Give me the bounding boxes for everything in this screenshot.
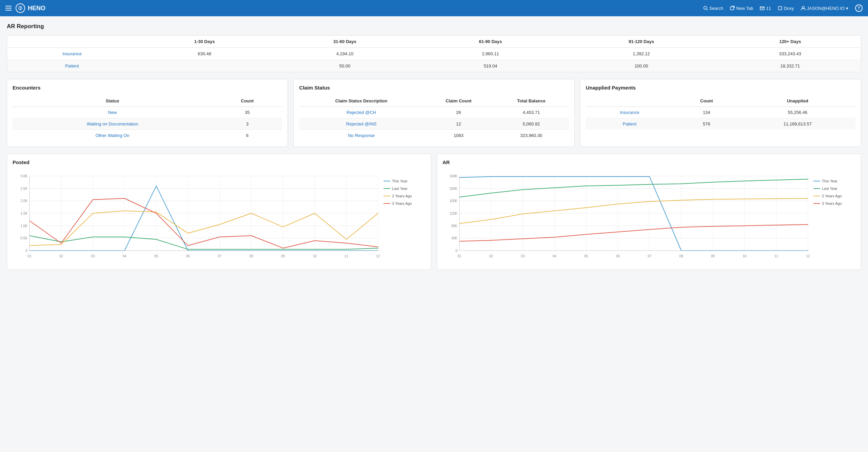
svg-text:03: 03 (91, 254, 95, 258)
svg-text:80K: 80K (451, 224, 457, 228)
search-link[interactable]: Search (703, 6, 723, 11)
menu-button[interactable] (5, 6, 12, 11)
unapplied-count: 576 (673, 118, 740, 130)
claim-count: 26 (423, 107, 494, 118)
encounter-count: 6 (212, 130, 282, 141)
svg-text:01: 01 (27, 254, 32, 258)
claim-status-row: No Response1083323,960.30 (299, 130, 569, 141)
ar-cell: 50.00 (272, 60, 418, 72)
encounter-status-link[interactable]: Waiting on Documentation (87, 121, 138, 126)
svg-text:2.5K: 2.5K (20, 187, 27, 191)
cs-header: Claim Status Description (299, 95, 423, 107)
svg-text:04: 04 (123, 254, 127, 258)
svg-text:2 Years Ago: 2 Years Ago (822, 194, 842, 198)
claim-status-title: Claim Status (299, 85, 569, 91)
svg-text:02: 02 (489, 254, 493, 258)
chevron-down-icon: ▾ (846, 6, 848, 11)
encounters-row: Other Waiting On6 (13, 130, 282, 141)
svg-text:200K: 200K (450, 187, 458, 191)
ar-cell: 333,243.43 (719, 48, 861, 60)
svg-line-3 (706, 9, 708, 11)
svg-text:11: 11 (774, 254, 778, 258)
svg-text:2.0K: 2.0K (20, 199, 27, 203)
unapplied-label-link[interactable]: Patient (623, 121, 636, 126)
svg-text:03: 03 (521, 254, 525, 258)
encounters-panel: Encounters StatusCount New35Waiting on D… (7, 79, 288, 147)
svg-text:12: 12 (376, 254, 380, 258)
claim-balance: 4,453.71 (494, 107, 569, 118)
unapplied-payments-title: Unapplied Payments (586, 85, 855, 91)
ar-cell: 18,332.71 (719, 60, 861, 72)
svg-text:Last Year: Last Year (822, 186, 837, 191)
logo-text: HENO (28, 5, 45, 12)
enc-header: Status (13, 95, 212, 107)
up-header (586, 95, 673, 107)
encounter-status-link[interactable]: Other Waiting On (96, 133, 130, 138)
logo-icon (16, 3, 25, 13)
svg-text:11: 11 (344, 254, 349, 258)
claim-count: 1083 (423, 130, 494, 141)
unapplied-payments-table: CountUnapplied Insurance13455,256.46Pati… (586, 95, 855, 130)
svg-text:09: 09 (711, 254, 715, 258)
encounter-status-link[interactable]: New (108, 110, 117, 115)
claim-desc-link[interactable]: Rejected @INS (346, 121, 377, 126)
ar-table-header: 31-60 Days (272, 36, 418, 48)
charts-row: Posted 00.5K1.0K1.5K2.0K2.5K3.0K01020304… (7, 154, 861, 270)
encounter-count: 35 (212, 107, 282, 118)
svg-rect-4 (730, 7, 734, 10)
ar-chart: AR 040K80K120K160K200K240K01020304050607… (437, 154, 861, 270)
ar-table-header (7, 36, 137, 48)
svg-text:This Year: This Year (822, 179, 837, 183)
unapplied-count: 134 (673, 107, 740, 118)
svg-text:08: 08 (250, 254, 254, 258)
ar-cell: 4,194.10 (272, 48, 418, 60)
mail-link[interactable]: 11 (760, 6, 771, 11)
claim-status-table: Claim Status DescriptionClaim CountTotal… (299, 95, 569, 141)
ar-row-label[interactable]: Insurance (62, 51, 82, 56)
svg-text:0: 0 (25, 249, 27, 253)
page-title: AR Reporting (7, 23, 861, 30)
svg-text:06: 06 (616, 254, 620, 258)
svg-text:3 Years Ago: 3 Years Ago (822, 201, 842, 205)
svg-text:160K: 160K (450, 199, 458, 203)
up-header: Unapplied (740, 95, 855, 107)
ar-cell: 2,960.11 (418, 48, 564, 60)
help-button[interactable]: ? (855, 4, 863, 12)
claim-desc-link[interactable]: Rejected @CH (347, 110, 376, 115)
claim-balance: 323,960.30 (494, 130, 569, 141)
svg-text:09: 09 (281, 254, 285, 258)
svg-text:02: 02 (59, 254, 63, 258)
svg-text:This Year: This Year (392, 179, 408, 183)
doxy-link[interactable]: Doxy (778, 6, 794, 11)
svg-rect-8 (778, 6, 782, 10)
svg-text:05: 05 (584, 254, 588, 258)
encounters-row: Waiting on Documentation3 (13, 118, 282, 130)
svg-text:0.5K: 0.5K (20, 236, 27, 240)
encounters-title: Encounters (13, 85, 282, 91)
svg-text:240K: 240K (450, 174, 458, 178)
encounters-row: New35 (13, 107, 282, 118)
ar-table-header: 1-30 Days (137, 36, 272, 48)
ar-cell: 1,392.12 (563, 48, 719, 60)
unapplied-amount: 11,169,613.57 (740, 118, 855, 130)
doxy-icon (778, 6, 783, 11)
panels-row: Encounters StatusCount New35Waiting on D… (7, 79, 861, 147)
svg-text:3.0K: 3.0K (20, 174, 27, 178)
posted-chart-svg: 00.5K1.0K1.5K2.0K2.5K3.0K010203040506070… (13, 169, 426, 264)
ar-row-label[interactable]: Patient (65, 63, 79, 68)
new-tab-link[interactable]: New Tab (730, 6, 753, 11)
svg-point-9 (802, 6, 804, 8)
ar-cell (137, 60, 272, 72)
unapplied-label-link[interactable]: Insurance (620, 110, 639, 115)
svg-text:3 Years Ago: 3 Years Ago (392, 201, 412, 205)
search-icon (703, 6, 708, 11)
svg-text:01: 01 (457, 254, 461, 258)
user-menu[interactable]: JASON@HENO.IO ▾ (801, 6, 848, 11)
encounter-count: 3 (212, 118, 282, 130)
ar-table-row: Insurance630.484,194.102,960.111,392.123… (7, 48, 861, 60)
logo: HENO (16, 3, 45, 13)
claim-desc-link[interactable]: No Response (348, 133, 375, 138)
ar-chart-svg: 040K80K120K160K200K240K01020304050607080… (442, 169, 855, 264)
ar-chart-area: 040K80K120K160K200K240K01020304050607080… (442, 169, 855, 264)
unapplied-row: Patient57611,169,613.57 (586, 118, 855, 130)
